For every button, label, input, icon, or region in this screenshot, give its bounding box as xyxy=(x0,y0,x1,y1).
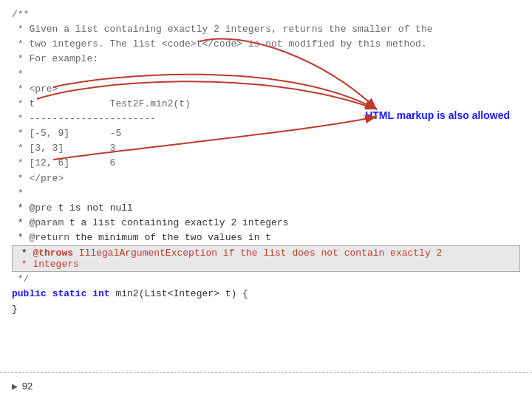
bottom-bar: ▶ 92 xyxy=(0,372,532,399)
code-line: * [12, 6] 6 xyxy=(12,156,520,171)
code-line: * @param t a list containing exactly 2 i… xyxy=(12,216,520,231)
code-line: * </pre> xyxy=(12,171,520,186)
close-comment-line: */ xyxy=(12,272,520,287)
code-line: * <pre> xyxy=(12,82,520,97)
code-line: * xyxy=(12,67,520,82)
method-signature-line: public static int min2(List<Integer> t) … xyxy=(12,287,520,301)
code-area-bottom: */ public static int min2(List<Integer> … xyxy=(0,272,532,316)
nav-arrow-icon[interactable]: ▶ xyxy=(12,381,18,392)
code-line: * @pre t is not null xyxy=(12,201,520,216)
code-line: * xyxy=(12,186,520,201)
code-area: /** * Given a list containing exactly 2 … xyxy=(0,0,532,245)
throws-highlight-box: * @throws IllegalArgumentException if th… xyxy=(12,245,520,272)
code-line: /** xyxy=(12,7,520,22)
code-line: * For example: xyxy=(12,52,520,66)
html-markup-label: HTML markup is also allowed xyxy=(365,109,510,121)
code-line: * two integers. The list <code>t</code> … xyxy=(12,37,520,52)
code-line: * [-5, 9] -5 xyxy=(12,126,520,141)
throws-line-2: * integers xyxy=(16,259,516,270)
page-number: 92 xyxy=(22,381,33,392)
code-line: * [3, 3] 3 xyxy=(12,141,520,156)
throws-line-1: * @throws IllegalArgumentException if th… xyxy=(16,248,516,259)
closing-brace-line: } xyxy=(12,302,520,317)
code-line: * @return the minimum of the two values … xyxy=(12,231,520,245)
code-line: * Given a list containing exactly 2 inte… xyxy=(12,22,520,37)
